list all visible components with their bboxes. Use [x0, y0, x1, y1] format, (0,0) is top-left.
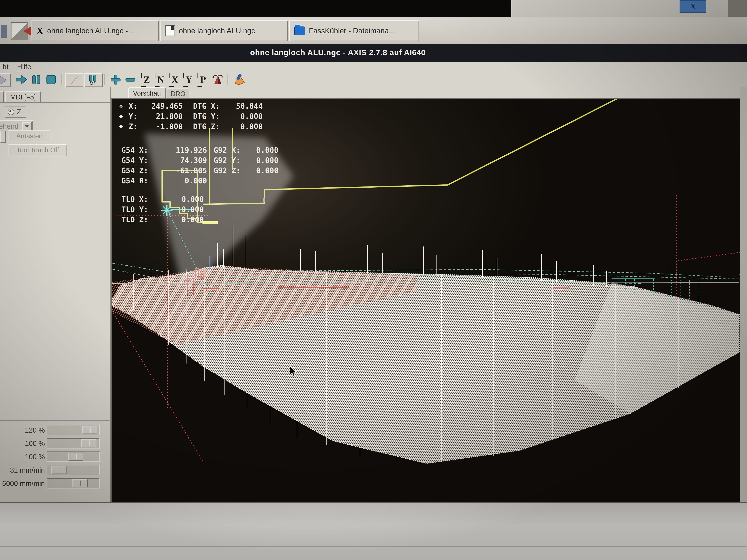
document-icon: [165, 25, 175, 36]
m1-pause-icon: M1: [88, 75, 99, 85]
magenta-tick: [263, 198, 265, 202]
spindle-override-slider-row: 100 %: [0, 452, 111, 463]
axis-z-radio[interactable]: Z: [5, 106, 26, 118]
bezel-seam: [0, 502, 747, 503]
run-button[interactable]: [0, 73, 11, 87]
max-velocity-value: 6000 mm/min: [0, 480, 45, 487]
feed-override-value: 120 %: [0, 426, 45, 434]
arrow-right-icon: [16, 75, 27, 84]
stop-icon: [46, 75, 56, 85]
slider-trough[interactable]: [47, 438, 100, 449]
tab-vorschau[interactable]: Vorschau: [128, 87, 165, 99]
tab-dro[interactable]: DRO: [167, 88, 189, 99]
bezel-seam: [0, 546, 747, 547]
slider-handle[interactable]: [73, 479, 87, 487]
window-right-border: [740, 87, 747, 502]
tab-manual-partial[interactable]: [0, 91, 4, 103]
max-velocity-slider-row: 6000 mm/min: [0, 478, 111, 490]
rotate-view-button[interactable]: [211, 73, 225, 86]
taskbar-item-axis[interactable]: X ohne langloch ALU.ngc -...: [31, 20, 159, 41]
background-window-close-button[interactable]: X: [679, 0, 706, 12]
photo-background: [0, 0, 511, 17]
taskbar-applet-icon[interactable]: [1, 25, 7, 38]
plus-icon: [110, 74, 121, 85]
zoom-in-button[interactable]: [109, 73, 122, 86]
view-perspective-button[interactable]: P: [197, 73, 210, 86]
slider-trough[interactable]: [47, 478, 100, 488]
stop-button[interactable]: [45, 73, 58, 86]
feed-override-slider-row: 120 %: [0, 425, 111, 436]
highlighted-gcode-line: [203, 221, 218, 224]
menubar: ht Hilfe: [0, 62, 747, 73]
view-z-rotated-button[interactable]: N: [154, 73, 168, 86]
optional-stop-toggle[interactable]: M1: [84, 73, 103, 87]
toolbar-separator: [228, 74, 228, 85]
window-titlebar[interactable]: ohne langloch ALU.ngc - AXIS 2.7.8 auf A…: [0, 44, 747, 62]
menu-item-ansicht-partial[interactable]: ht: [3, 63, 8, 71]
play-icon: [0, 75, 7, 85]
view-z-button[interactable]: Z: [140, 73, 153, 86]
slider-handle[interactable]: [81, 439, 96, 447]
taskbar: X ohne langloch ALU.ngc -... ohne langlo…: [0, 17, 747, 45]
show-desktop-icon[interactable]: [11, 22, 28, 40]
preview-tabstrip: Vorschau DRO: [111, 87, 740, 98]
slider-trough[interactable]: [47, 425, 100, 435]
slider-trough[interactable]: [47, 452, 100, 462]
homed-icon: ⌖: [119, 122, 129, 131]
clear-plot-button[interactable]: [232, 73, 245, 86]
tool-touch-off-button[interactable]: Tool Touch Off: [8, 144, 67, 156]
jog-speed-value: 31 mm/min: [0, 466, 45, 474]
spindle-override-value: 100 %: [0, 453, 45, 461]
task-label: ohne langloch ALU.ngc: [179, 27, 255, 35]
radio-icon: [7, 108, 14, 115]
red-arrow-icon: [23, 27, 31, 35]
divider: [0, 420, 111, 421]
taskbar-item-editor[interactable]: ohne langloch ALU.ngc: [160, 20, 288, 41]
rapid-override-value: 100 %: [0, 439, 45, 448]
zoom-out-button[interactable]: [124, 73, 137, 86]
divider: [0, 102, 111, 103]
pause-button[interactable]: [30, 73, 43, 86]
photo-of-cnc-screen: X X ohne langloch ALU.ngc -... ohne lang…: [0, 0, 747, 560]
menu-item-hilfe[interactable]: Hilfe: [17, 63, 31, 71]
slash-icon: [69, 75, 80, 85]
skip-lines-toggle[interactable]: [65, 73, 83, 87]
slider-handle[interactable]: [82, 426, 97, 434]
slider-handle[interactable]: [68, 453, 83, 461]
slider-trough[interactable]: [47, 465, 100, 475]
screen-edge: [728, 0, 747, 17]
toolbar-separator: [104, 74, 105, 85]
rapid-override-slider-row: 100 %: [0, 438, 111, 450]
rotate-cone-icon: [212, 74, 224, 85]
truncated-button[interactable]: [0, 131, 6, 143]
task-label: FassKühler - Dateimana...: [309, 27, 395, 35]
manual-control-panel: MDI [F5] Z gehend Antasten Tool Touch Of…: [0, 87, 111, 502]
minus-icon: [125, 74, 136, 85]
taskbar-item-filemanager[interactable]: FassKühler - Dateimana...: [289, 20, 419, 41]
monitor-bezel: [0, 502, 747, 560]
toolbar-separator: [61, 74, 62, 85]
window-title: ohne langloch ALU.ngc - AXIS 2.7.8 auf A…: [250, 48, 426, 57]
task-label: ohne langloch ALU.ngc -...: [47, 27, 134, 35]
broom-icon: [232, 74, 245, 85]
svg-text:M1: M1: [89, 81, 96, 85]
background-window-strip: [511, 0, 747, 17]
slider-handle[interactable]: [51, 466, 67, 474]
homed-icon: ⌖: [119, 102, 129, 111]
homed-icon: ⌖: [119, 112, 129, 121]
toolbar: M1 Z N X Y P: [0, 73, 747, 88]
folder-icon: [294, 26, 305, 35]
view-x-button[interactable]: X: [168, 73, 182, 86]
view-y-button[interactable]: Y: [182, 73, 196, 86]
jog-speed-slider-row: 31 mm/min: [0, 465, 111, 476]
x-app-icon: X: [36, 25, 44, 36]
touch-off-button[interactable]: Antasten: [8, 130, 50, 142]
step-button[interactable]: [15, 73, 28, 86]
pause-icon: [32, 75, 41, 85]
tab-mdi[interactable]: MDI [F5]: [5, 91, 41, 103]
